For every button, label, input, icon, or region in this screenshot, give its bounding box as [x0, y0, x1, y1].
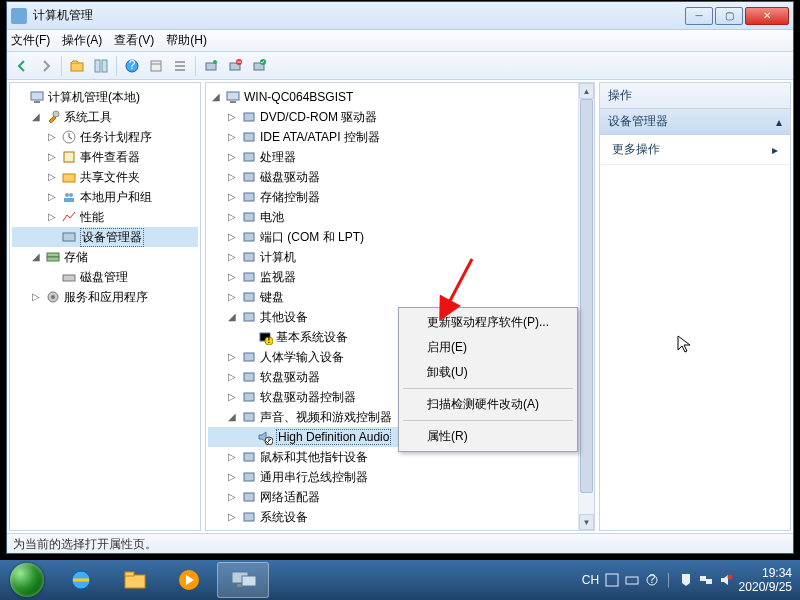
- collapse-icon[interactable]: ◢: [30, 112, 42, 122]
- scroll-up-button[interactable]: ▲: [579, 83, 594, 99]
- expand-icon[interactable]: ▷: [226, 452, 238, 462]
- taskbar-mediaplayer-button[interactable]: [163, 562, 215, 598]
- device-category[interactable]: ▷键盘: [208, 287, 592, 307]
- menu-action[interactable]: 操作(A): [62, 32, 102, 49]
- context-menu-item[interactable]: 卸载(U): [401, 360, 575, 385]
- minimize-button[interactable]: ─: [685, 7, 713, 25]
- tree-item-local-users[interactable]: ▷本地用户和组: [12, 187, 198, 207]
- tree-item-performance[interactable]: ▷性能: [12, 207, 198, 227]
- taskbar-explorer-button[interactable]: [109, 562, 161, 598]
- expand-icon[interactable]: ▷: [226, 292, 238, 302]
- expand-icon[interactable]: ◢: [226, 412, 238, 422]
- device-category[interactable]: ▷网络适配器: [208, 487, 592, 507]
- expand-icon[interactable]: ▷: [46, 192, 58, 202]
- toolbar-forward-button[interactable]: [35, 55, 57, 77]
- expand-icon[interactable]: ▷: [46, 132, 58, 142]
- toolbar-list-button[interactable]: [169, 55, 191, 77]
- device-category[interactable]: ▷电池: [208, 207, 592, 227]
- collapse-icon[interactable]: ◢: [210, 92, 222, 102]
- collapse-icon[interactable]: ◢: [30, 252, 42, 262]
- expand-icon[interactable]: ▷: [226, 152, 238, 162]
- context-menu-item[interactable]: 启用(E): [401, 335, 575, 360]
- device-category[interactable]: ▷系统设备: [208, 507, 592, 527]
- context-menu-item[interactable]: 扫描检测硬件改动(A): [401, 392, 575, 417]
- device-category[interactable]: ▷磁盘驱动器: [208, 167, 592, 187]
- toolbar-uninstall-button[interactable]: [224, 55, 246, 77]
- toolbar-help-button[interactable]: ?: [121, 55, 143, 77]
- toolbar-properties-button[interactable]: [145, 55, 167, 77]
- volume-icon[interactable]: [719, 573, 733, 587]
- actions-section[interactable]: 设备管理器▴: [600, 109, 790, 135]
- taskbar[interactable]: CH ? │ 19:34 2020/9/25: [0, 560, 800, 600]
- close-button[interactable]: ✕: [745, 7, 789, 25]
- tree-root[interactable]: 计算机管理(本地): [12, 87, 198, 107]
- tree-item-device-manager[interactable]: 设备管理器: [12, 227, 198, 247]
- tree-item-disk-mgmt[interactable]: 磁盘管理: [12, 267, 198, 287]
- device-category[interactable]: ▷通用串行总线控制器: [208, 467, 592, 487]
- expand-icon[interactable]: ▷: [46, 212, 58, 222]
- management-tree[interactable]: 计算机管理(本地) ◢ 系统工具 ▷任务计划程序 ▷事件查看器 ▷共享文件夹 ▷…: [10, 83, 200, 311]
- network-icon[interactable]: [699, 573, 713, 587]
- expand-icon[interactable]: ▷: [226, 232, 238, 242]
- device-category[interactable]: ▷计算机: [208, 247, 592, 267]
- expand-icon[interactable]: ▷: [226, 112, 238, 122]
- action-center-icon[interactable]: [679, 573, 693, 587]
- device-category[interactable]: ▷监视器: [208, 267, 592, 287]
- expand-icon[interactable]: ▷: [226, 472, 238, 482]
- toolbar-up-button[interactable]: [66, 55, 88, 77]
- menu-file[interactable]: 文件(F): [11, 32, 50, 49]
- toolbar-scan-button[interactable]: [200, 55, 222, 77]
- context-menu-item[interactable]: 更新驱动程序软件(P)...: [401, 310, 575, 335]
- tree-item-task-scheduler[interactable]: ▷任务计划程序: [12, 127, 198, 147]
- expand-icon[interactable]: ▷: [46, 152, 58, 162]
- context-menu-item[interactable]: 属性(R): [401, 424, 575, 449]
- tree-group-storage[interactable]: ◢存储: [12, 247, 198, 267]
- context-menu[interactable]: 更新驱动程序软件(P)...启用(E)卸载(U)扫描检测硬件改动(A)属性(R): [398, 307, 578, 452]
- scroll-thumb[interactable]: [580, 99, 593, 493]
- expand-icon[interactable]: ▷: [226, 372, 238, 382]
- keyboard-icon[interactable]: [625, 573, 639, 587]
- scroll-down-button[interactable]: ▼: [579, 514, 594, 530]
- ime-indicator[interactable]: CH: [582, 573, 599, 587]
- expand-icon[interactable]: ▷: [226, 132, 238, 142]
- device-category[interactable]: ▷处理器: [208, 147, 592, 167]
- tree-group-services[interactable]: ▷服务和应用程序: [12, 287, 198, 307]
- expand-icon[interactable]: ▷: [46, 172, 58, 182]
- expand-icon[interactable]: ▷: [226, 192, 238, 202]
- device-category[interactable]: ▷DVD/CD-ROM 驱动器: [208, 107, 592, 127]
- action-more[interactable]: 更多操作▸: [600, 135, 790, 165]
- expand-icon[interactable]: ◢: [226, 312, 238, 322]
- device-category[interactable]: ▷存储控制器: [208, 187, 592, 207]
- expand-icon[interactable]: ▷: [226, 392, 238, 402]
- menu-view[interactable]: 查看(V): [114, 32, 154, 49]
- tree-item-shared-folders[interactable]: ▷共享文件夹: [12, 167, 198, 187]
- taskbar-mmc-button[interactable]: [217, 562, 269, 598]
- tree-group-system-tools[interactable]: ◢ 系统工具: [12, 107, 198, 127]
- help-icon[interactable]: ?: [645, 573, 659, 587]
- toolbar-back-button[interactable]: [11, 55, 33, 77]
- expand-icon[interactable]: ▷: [226, 212, 238, 222]
- device-root[interactable]: ◢ WIN-QC064BSGIST: [208, 87, 592, 107]
- expand-icon[interactable]: ▷: [226, 352, 238, 362]
- expand-icon[interactable]: ▷: [226, 492, 238, 502]
- toolbar-show-hide-button[interactable]: [90, 55, 112, 77]
- titlebar[interactable]: 计算机管理 ─ ▢ ✕: [7, 2, 793, 30]
- toolbar-enable-button[interactable]: [248, 55, 270, 77]
- tray-clock[interactable]: 19:34 2020/9/25: [739, 566, 792, 595]
- tree-item-event-viewer[interactable]: ▷事件查看器: [12, 147, 198, 167]
- taskbar-ie-button[interactable]: [55, 562, 107, 598]
- maximize-button[interactable]: ▢: [715, 7, 743, 25]
- device-category[interactable]: ▷IDE ATA/ATAPI 控制器: [208, 127, 592, 147]
- expand-icon[interactable]: ▷: [226, 272, 238, 282]
- scroll-track[interactable]: [579, 99, 594, 514]
- system-tray[interactable]: CH ? │ 19:34 2020/9/25: [582, 566, 800, 595]
- ime-options-icon[interactable]: [605, 573, 619, 587]
- expand-icon[interactable]: ▷: [226, 252, 238, 262]
- expand-icon[interactable]: ▷: [30, 292, 42, 302]
- vertical-scrollbar[interactable]: ▲ ▼: [578, 83, 594, 530]
- menu-help[interactable]: 帮助(H): [166, 32, 207, 49]
- collapse-icon[interactable]: ▴: [776, 115, 782, 129]
- expand-icon[interactable]: ▷: [226, 512, 238, 522]
- device-category[interactable]: ▷端口 (COM 和 LPT): [208, 227, 592, 247]
- start-button[interactable]: [0, 560, 54, 600]
